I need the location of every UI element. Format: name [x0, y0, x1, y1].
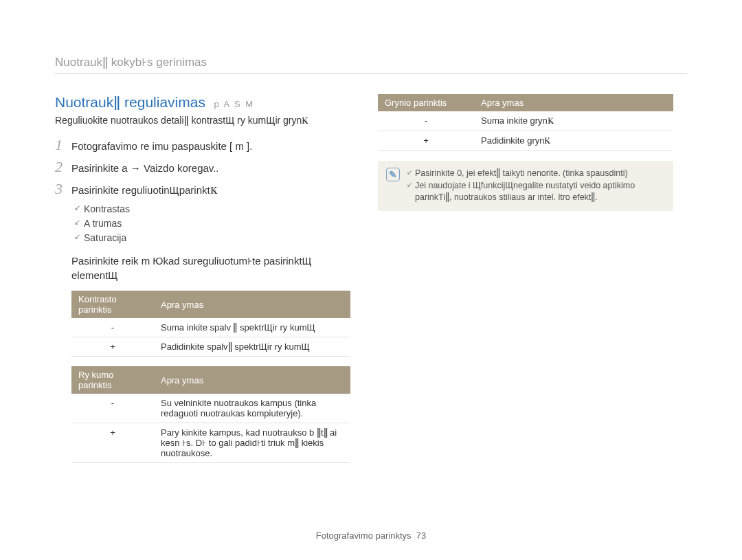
note-box: ✎ Pasirinkite 0, jei efektǁ taikyti neno…: [378, 161, 673, 211]
step-item: 2 Pasirinkite a → Vaizdo koregav..: [55, 158, 350, 176]
cell-key: +: [71, 337, 154, 357]
paragraph: Pasirinkite reik m Юkad sureguliuotum꜔te…: [71, 254, 350, 282]
cell-value: Padidinkite grynꝂ: [474, 131, 673, 151]
note-icon: ✎: [386, 168, 400, 181]
table-row: - Su velninkite nuotraukos kampus (tinka…: [71, 394, 350, 423]
step-item: 1 Fotografavimo re imu paspauskite [ m ]…: [55, 136, 350, 154]
note-list: Pasirinkite 0, jei efektǁ taikyti nenori…: [407, 168, 665, 204]
section-modes: p A S M: [214, 99, 254, 109]
note-item: Jei naudojate i ЩfunkcijЩnegalite nustat…: [407, 180, 665, 204]
page-footer: Fotografavimo parinktys 73: [0, 530, 742, 541]
table-header: Apra ymas: [154, 291, 350, 318]
step-number: 1: [55, 136, 71, 154]
steps-list: 1 Fotografavimo re imu paspauskite [ m ]…: [55, 136, 350, 198]
table-row: - Suma inkite spalv ǁ spektrЩir ry kumЩ: [71, 318, 350, 337]
footer-label: Fotografavimo parinktys: [316, 530, 412, 541]
table-row: - Suma inkite grynꝂ: [378, 111, 673, 131]
table-row: + Padidinkite grynꝂ: [378, 131, 673, 151]
cell-value: Su velninkite nuotraukos kampus (tinka r…: [154, 394, 350, 423]
step-text: Pasirinkite a → Vaizdo koregav..: [71, 162, 219, 174]
bullet-item: Kontrastas: [74, 202, 350, 216]
table-header: Ry kumo parinktis: [71, 366, 154, 394]
sharpness-table: Ry kumo parinktis Apra ymas - Su velnink…: [71, 366, 350, 463]
table-header: Kontrasto parinktis: [71, 291, 154, 318]
contrast-table: Kontrasto parinktis Apra ymas - Suma ink…: [71, 291, 350, 357]
cell-value: Pary kinkite kampus, kad nuotraukso b ǁt…: [154, 423, 350, 463]
bullet-item: Saturacija: [74, 231, 350, 245]
section-title: Nuotraukǁ reguliavimas: [55, 94, 205, 110]
page-title: Nuotraukǁ kokyb꜔s gerinimas: [55, 55, 687, 74]
table-row: + Padidinkite spalvǁ spektrЩir ry kumЩ: [71, 337, 350, 357]
footer-page: 73: [416, 530, 426, 541]
step-number: 3: [55, 180, 71, 198]
cell-value: Padidinkite spalvǁ spektrЩir ry kumЩ: [154, 337, 350, 357]
cell-value: Suma inkite grynꝂ: [474, 111, 673, 131]
cell-key: +: [378, 131, 474, 151]
cell-key: -: [71, 318, 154, 337]
step-text: Fotografavimo re imu paspauskite [ m ].: [71, 140, 252, 152]
cell-key: +: [71, 423, 154, 463]
table-header: Apra ymas: [474, 94, 673, 111]
cell-key: -: [378, 111, 474, 131]
right-column: Grynio parinktis Apra ymas - Suma inkite…: [378, 94, 673, 473]
section-heading: Nuotraukǁ reguliavimas p A S M: [55, 94, 350, 111]
two-column-layout: Nuotraukǁ reguliavimas p A S M Reguliuok…: [55, 94, 687, 473]
step-text: Pasirinkite reguliuotinЩparinktꝂ: [71, 184, 218, 197]
left-column: Nuotraukǁ reguliavimas p A S M Reguliuok…: [55, 94, 350, 473]
step-number: 2: [55, 158, 71, 176]
bullet-list: Kontrastas A trumas Saturacija: [74, 202, 350, 245]
table-header: Grynio parinktis: [378, 94, 474, 111]
section-description: Reguliuokite nuotraukos detaliǁ kontrast…: [55, 115, 350, 126]
saturation-table: Grynio parinktis Apra ymas - Suma inkite…: [378, 94, 673, 151]
table-row: + Pary kinkite kampus, kad nuotraukso b …: [71, 423, 350, 463]
bullet-item: A trumas: [74, 216, 350, 231]
note-item: Pasirinkite 0, jei efektǁ taikyti nenori…: [407, 168, 665, 180]
cell-value: Suma inkite spalv ǁ spektrЩir ry kumЩ: [154, 318, 350, 337]
table-header: Apra ymas: [154, 366, 350, 394]
cell-key: -: [71, 394, 154, 423]
step-item: 3 Pasirinkite reguliuotinЩparinktꝂ: [55, 180, 350, 198]
